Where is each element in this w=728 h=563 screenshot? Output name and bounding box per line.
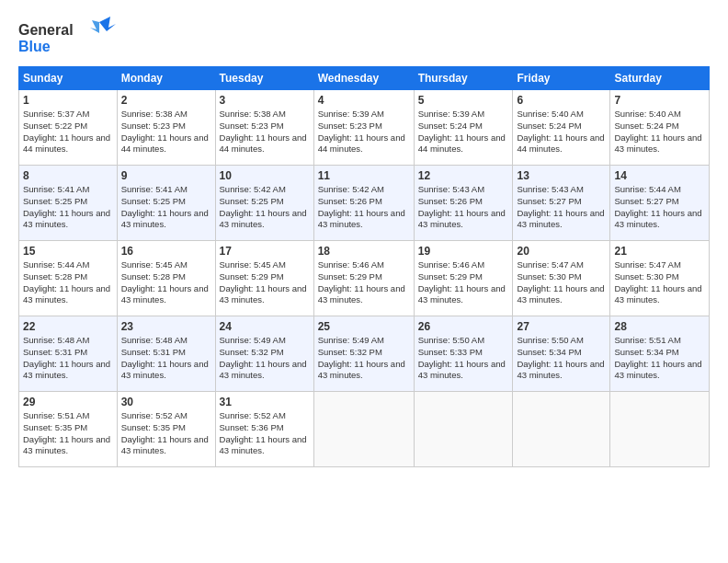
day-info: Sunrise: 5:47 AM Sunset: 5:30 PM Dayligh… (517, 259, 606, 306)
day-number: 29 (23, 396, 113, 408)
day-number: 22 (23, 320, 113, 333)
daylight-label: Daylight: 11 hours and 43 minutes. (121, 434, 209, 456)
day-number: 24 (220, 320, 310, 333)
daylight-label: Daylight: 11 hours and 43 minutes. (23, 434, 110, 456)
calendar-week-row: 22 Sunrise: 5:48 AM Sunset: 5:31 PM Dayl… (19, 316, 710, 392)
logo-content: General Blue (18, 15, 119, 59)
calendar-cell (610, 392, 710, 467)
calendar-cell: 23 Sunrise: 5:48 AM Sunset: 5:31 PM Dayl… (117, 316, 215, 392)
sunset-label: Sunset: 5:23 PM (318, 121, 382, 131)
day-info: Sunrise: 5:50 AM Sunset: 5:33 PM Dayligh… (418, 335, 509, 382)
day-info: Sunrise: 5:41 AM Sunset: 5:25 PM Dayligh… (23, 184, 113, 231)
calendar-cell: 22 Sunrise: 5:48 AM Sunset: 5:31 PM Dayl… (19, 316, 118, 392)
sunset-label: Sunset: 5:35 PM (121, 422, 186, 432)
day-info: Sunrise: 5:43 AM Sunset: 5:26 PM Dayligh… (418, 184, 509, 231)
day-info: Sunrise: 5:44 AM Sunset: 5:28 PM Dayligh… (23, 259, 113, 306)
daylight-label: Daylight: 11 hours and 44 minutes. (318, 132, 405, 155)
day-info: Sunrise: 5:51 AM Sunset: 5:35 PM Dayligh… (23, 410, 113, 457)
sunset-label: Sunset: 5:30 PM (614, 271, 678, 282)
sunrise-label: Sunrise: 5:43 AM (418, 184, 484, 194)
sunset-label: Sunset: 5:30 PM (517, 271, 581, 282)
sunset-label: Sunset: 5:29 PM (418, 271, 483, 282)
sunset-label: Sunset: 5:26 PM (418, 196, 483, 206)
calendar-cell: 3 Sunrise: 5:38 AM Sunset: 5:23 PM Dayli… (215, 90, 313, 166)
weekday-header: Sunday (19, 67, 118, 90)
day-info: Sunrise: 5:39 AM Sunset: 5:24 PM Dayligh… (418, 109, 509, 155)
daylight-label: Daylight: 11 hours and 43 minutes. (23, 359, 110, 381)
daylight-label: Daylight: 11 hours and 43 minutes. (614, 208, 701, 230)
day-number: 14 (614, 169, 705, 182)
sunrise-label: Sunrise: 5:38 AM (121, 109, 188, 119)
day-number: 12 (418, 169, 509, 182)
day-info: Sunrise: 5:52 AM Sunset: 5:36 PM Dayligh… (220, 410, 310, 457)
sunset-label: Sunset: 5:34 PM (614, 347, 678, 357)
calendar-week-row: 1 Sunrise: 5:37 AM Sunset: 5:22 PM Dayli… (19, 90, 710, 166)
calendar-table: SundayMondayTuesdayWednesdayThursdayFrid… (18, 66, 710, 467)
calendar-cell: 11 Sunrise: 5:42 AM Sunset: 5:26 PM Dayl… (313, 166, 414, 241)
sunrise-label: Sunrise: 5:46 AM (418, 259, 484, 270)
day-number: 28 (614, 320, 705, 333)
day-number: 25 (318, 320, 410, 333)
calendar-cell: 21 Sunrise: 5:47 AM Sunset: 5:30 PM Dayl… (610, 241, 710, 316)
sunset-label: Sunset: 5:31 PM (23, 347, 87, 357)
sunrise-label: Sunrise: 5:42 AM (220, 184, 286, 194)
daylight-label: Daylight: 11 hours and 43 minutes. (23, 283, 110, 305)
daylight-label: Daylight: 11 hours and 43 minutes. (318, 283, 405, 305)
sunset-label: Sunset: 5:25 PM (23, 196, 87, 206)
header: General Blue (18, 15, 710, 59)
calendar-cell: 31 Sunrise: 5:52 AM Sunset: 5:36 PM Dayl… (215, 392, 313, 467)
day-info: Sunrise: 5:39 AM Sunset: 5:23 PM Dayligh… (318, 109, 410, 155)
day-info: Sunrise: 5:52 AM Sunset: 5:35 PM Dayligh… (121, 410, 211, 457)
calendar-cell (313, 392, 414, 467)
sunrise-label: Sunrise: 5:52 AM (220, 410, 286, 420)
daylight-label: Daylight: 11 hours and 43 minutes. (121, 208, 209, 230)
daylight-label: Daylight: 11 hours and 44 minutes. (418, 132, 506, 155)
daylight-label: Daylight: 11 hours and 43 minutes. (318, 208, 405, 230)
calendar-cell (414, 392, 513, 467)
sunset-label: Sunset: 5:29 PM (318, 271, 382, 282)
day-number: 8 (23, 169, 113, 182)
day-info: Sunrise: 5:50 AM Sunset: 5:34 PM Dayligh… (517, 335, 606, 382)
day-number: 21 (614, 245, 705, 258)
logo-svg: General Blue (18, 15, 119, 55)
day-info: Sunrise: 5:42 AM Sunset: 5:26 PM Dayligh… (318, 184, 410, 231)
sunrise-label: Sunrise: 5:46 AM (318, 259, 384, 270)
daylight-label: Daylight: 11 hours and 43 minutes. (220, 283, 307, 305)
calendar-cell: 7 Sunrise: 5:40 AM Sunset: 5:24 PM Dayli… (610, 90, 710, 166)
day-number: 16 (121, 245, 211, 258)
day-number: 26 (418, 320, 509, 333)
day-number: 13 (517, 169, 606, 182)
sunrise-label: Sunrise: 5:44 AM (23, 259, 89, 270)
day-info: Sunrise: 5:48 AM Sunset: 5:31 PM Dayligh… (121, 335, 211, 382)
daylight-label: Daylight: 11 hours and 43 minutes. (517, 283, 604, 305)
sunrise-label: Sunrise: 5:38 AM (220, 109, 286, 119)
day-number: 23 (121, 320, 211, 333)
day-info: Sunrise: 5:48 AM Sunset: 5:31 PM Dayligh… (23, 335, 113, 382)
calendar-cell: 25 Sunrise: 5:49 AM Sunset: 5:32 PM Dayl… (313, 316, 414, 392)
calendar-cell: 8 Sunrise: 5:41 AM Sunset: 5:25 PM Dayli… (19, 166, 118, 241)
day-number: 15 (23, 245, 113, 258)
sunset-label: Sunset: 5:28 PM (121, 271, 186, 282)
day-info: Sunrise: 5:46 AM Sunset: 5:29 PM Dayligh… (318, 259, 410, 306)
calendar-cell: 18 Sunrise: 5:46 AM Sunset: 5:29 PM Dayl… (313, 241, 414, 316)
sunset-label: Sunset: 5:24 PM (517, 121, 581, 131)
sunrise-label: Sunrise: 5:49 AM (318, 335, 384, 345)
sunrise-label: Sunrise: 5:47 AM (614, 259, 680, 270)
daylight-label: Daylight: 11 hours and 43 minutes. (220, 359, 307, 381)
svg-text:General: General (18, 22, 74, 38)
calendar-cell: 30 Sunrise: 5:52 AM Sunset: 5:35 PM Dayl… (117, 392, 215, 467)
calendar-cell: 6 Sunrise: 5:40 AM Sunset: 5:24 PM Dayli… (513, 90, 610, 166)
day-info: Sunrise: 5:44 AM Sunset: 5:27 PM Dayligh… (614, 184, 705, 231)
sunrise-label: Sunrise: 5:42 AM (318, 184, 384, 194)
sunrise-label: Sunrise: 5:39 AM (318, 109, 384, 119)
daylight-label: Daylight: 11 hours and 43 minutes. (614, 132, 701, 155)
calendar-cell: 16 Sunrise: 5:45 AM Sunset: 5:28 PM Dayl… (117, 241, 215, 316)
calendar-cell: 9 Sunrise: 5:41 AM Sunset: 5:25 PM Dayli… (117, 166, 215, 241)
daylight-label: Daylight: 11 hours and 43 minutes. (418, 208, 506, 230)
sunset-label: Sunset: 5:25 PM (121, 196, 186, 206)
sunset-label: Sunset: 5:24 PM (418, 121, 483, 131)
weekday-header: Saturday (610, 67, 710, 90)
day-info: Sunrise: 5:49 AM Sunset: 5:32 PM Dayligh… (318, 335, 410, 382)
day-info: Sunrise: 5:49 AM Sunset: 5:32 PM Dayligh… (220, 335, 310, 382)
day-number: 30 (121, 396, 211, 408)
